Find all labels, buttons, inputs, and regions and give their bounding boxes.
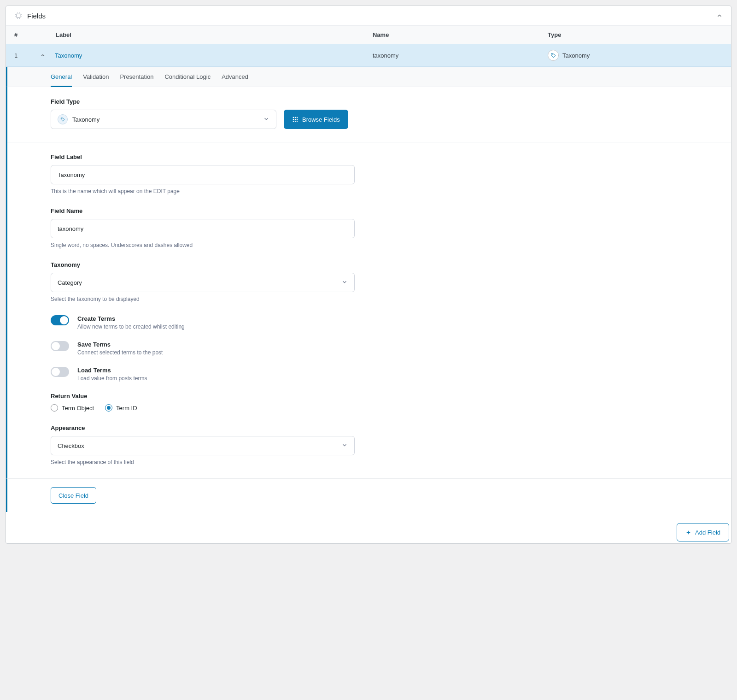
tab-general[interactable]: General xyxy=(51,67,72,87)
chevron-down-icon xyxy=(341,279,348,287)
create-terms-row: Create Terms Allow new terms to be creat… xyxy=(51,315,355,330)
radio-icon xyxy=(105,404,112,412)
close-field-button[interactable]: Close Field xyxy=(51,487,96,504)
field-label-help: This is the name which will appear on th… xyxy=(51,188,355,194)
field-label-label: Field Label xyxy=(51,153,355,160)
taxonomy-value: Category xyxy=(58,279,82,286)
field-type-value: Taxonomy xyxy=(72,116,99,123)
return-value-opt1-label: Term Object xyxy=(62,405,94,412)
field-type-select[interactable]: Taxonomy xyxy=(51,110,276,129)
appearance-value: Checkbox xyxy=(58,442,84,449)
appearance-help: Select the appearance of this field xyxy=(51,459,355,465)
table-header: # Label Name Type xyxy=(6,26,731,44)
browse-fields-button[interactable]: Browse Fields xyxy=(284,110,348,129)
add-field-label: Add Field xyxy=(695,529,720,536)
col-name: Name xyxy=(373,31,548,38)
appearance-select[interactable]: Checkbox xyxy=(51,436,355,455)
tabs: General Validation Presentation Conditio… xyxy=(6,67,731,87)
taxonomy-label: Taxonomy xyxy=(51,261,355,268)
svg-rect-2 xyxy=(293,117,294,118)
load-terms-desc: Load value from posts terms xyxy=(77,375,147,382)
chevron-down-icon xyxy=(341,442,348,450)
form-body: Field Type Taxonomy xyxy=(6,87,731,478)
svg-rect-8 xyxy=(293,121,294,122)
svg-rect-4 xyxy=(297,117,298,118)
save-terms-row: Save Terms Connect selected terms to the… xyxy=(51,341,355,356)
svg-point-0 xyxy=(552,54,552,54)
col-num: # xyxy=(14,31,37,38)
tab-validation[interactable]: Validation xyxy=(83,67,109,87)
fields-icon xyxy=(14,12,23,20)
svg-point-1 xyxy=(61,118,62,118)
collapse-panel-button[interactable] xyxy=(716,12,723,19)
tab-conditional-logic[interactable]: Conditional Logic xyxy=(164,67,211,87)
taxonomy-help: Select the taxonomy to be displayed xyxy=(51,296,355,302)
field-num: 1 xyxy=(14,52,37,59)
save-terms-title: Save Terms xyxy=(77,341,163,348)
load-terms-toggle[interactable] xyxy=(51,367,69,377)
field-label-input[interactable] xyxy=(51,165,355,184)
svg-rect-7 xyxy=(297,119,298,120)
field-name-text: taxonomy xyxy=(373,52,548,59)
fields-panel: Fields # Label Name Type 1 Taxonomy taxo… xyxy=(6,6,731,544)
appearance-label: Appearance xyxy=(51,424,355,431)
col-type: Type xyxy=(548,31,723,38)
collapse-field-icon[interactable] xyxy=(37,53,48,58)
svg-rect-3 xyxy=(295,117,296,118)
taxonomy-select[interactable]: Category xyxy=(51,273,355,292)
svg-rect-9 xyxy=(295,121,296,122)
tag-icon xyxy=(548,50,559,61)
field-type-label: Field Type xyxy=(51,98,355,105)
chevron-down-icon xyxy=(263,116,269,124)
create-terms-toggle[interactable] xyxy=(51,315,69,325)
return-value-term-object[interactable]: Term Object xyxy=(51,404,94,412)
panel-footer: Add Field xyxy=(6,512,731,543)
radio-icon xyxy=(51,404,58,412)
return-value-label: Return Value xyxy=(51,393,355,400)
field-footer: Close Field xyxy=(6,478,731,512)
svg-rect-5 xyxy=(293,119,294,120)
svg-rect-10 xyxy=(297,121,298,122)
load-terms-row: Load Terms Load value from posts terms xyxy=(51,367,355,382)
tag-icon xyxy=(58,114,68,124)
field-name-label: Field Name xyxy=(51,207,355,214)
load-terms-title: Load Terms xyxy=(77,367,147,374)
tab-presentation[interactable]: Presentation xyxy=(120,67,153,87)
return-value-opt2-label: Term ID xyxy=(116,405,137,412)
field-name-input[interactable] xyxy=(51,219,355,238)
field-type-text: Taxonomy xyxy=(562,52,590,59)
svg-rect-6 xyxy=(295,119,296,120)
field-row[interactable]: 1 Taxonomy taxonomy Taxonomy xyxy=(6,44,731,67)
add-field-button[interactable]: Add Field xyxy=(677,523,729,541)
panel-header: Fields xyxy=(6,6,731,26)
field-label-link[interactable]: Taxonomy xyxy=(55,52,82,59)
create-terms-title: Create Terms xyxy=(77,315,185,322)
save-terms-desc: Connect selected terms to the post xyxy=(77,349,163,356)
save-terms-toggle[interactable] xyxy=(51,341,69,351)
create-terms-desc: Allow new terms to be created whilst edi… xyxy=(77,324,185,330)
panel-title: Fields xyxy=(27,12,46,20)
col-label: Label xyxy=(37,31,373,38)
return-value-term-id[interactable]: Term ID xyxy=(105,404,137,412)
browse-fields-label: Browse Fields xyxy=(302,116,340,123)
tab-advanced[interactable]: Advanced xyxy=(222,67,248,87)
field-name-help: Single word, no spaces. Underscores and … xyxy=(51,242,355,248)
